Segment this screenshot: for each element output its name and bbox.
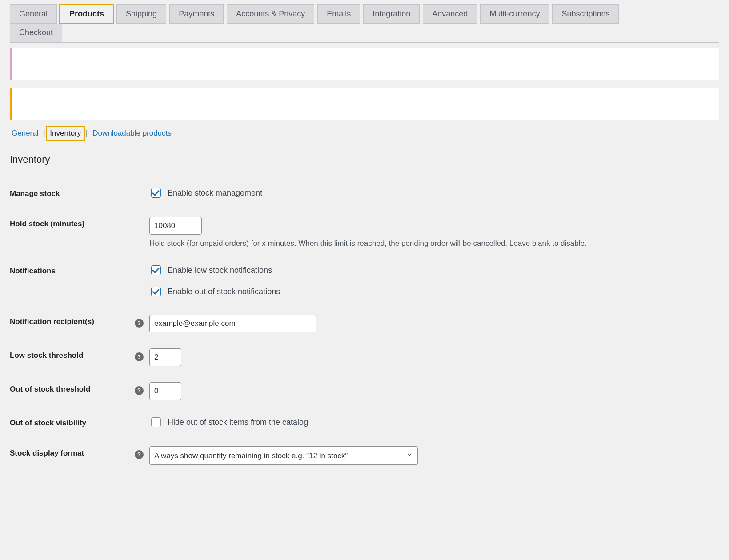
help-icon[interactable]: ? xyxy=(135,386,144,395)
tab-products[interactable]: Products xyxy=(60,4,113,24)
hold-stock-input[interactable] xyxy=(149,217,202,235)
subnav-general[interactable]: General xyxy=(10,128,40,138)
manage-stock-checkbox[interactable] xyxy=(151,188,161,198)
section-title: Inventory xyxy=(10,154,719,165)
stock-display-select[interactable]: Always show quantity remaining in stock … xyxy=(149,446,418,465)
pipe-separator: | xyxy=(83,129,91,137)
low-threshold-input[interactable] xyxy=(149,348,181,366)
label-recipients: Notification recipient(s) xyxy=(10,307,134,340)
recipients-input[interactable] xyxy=(149,315,316,332)
help-icon[interactable]: ? xyxy=(135,450,144,459)
tab-payments[interactable]: Payments xyxy=(169,4,224,24)
manage-stock-checkbox-label: Enable stock management xyxy=(168,188,262,198)
help-icon[interactable]: ? xyxy=(135,352,144,361)
subnav-downloadable-products[interactable]: Downloadable products xyxy=(91,128,173,138)
tab-integration[interactable]: Integration xyxy=(363,4,420,24)
low-stock-notif-label: Enable low stock notifications xyxy=(168,266,272,275)
tab-general[interactable]: General xyxy=(10,4,57,24)
notice-banner-1 xyxy=(10,48,719,80)
tab-shipping[interactable]: Shipping xyxy=(116,4,166,24)
low-stock-notif-wrap[interactable]: Enable low stock notifications xyxy=(149,264,272,276)
label-low-threshold: Low stock threshold xyxy=(10,340,134,374)
notice-banner-2 xyxy=(10,88,719,120)
label-oos-threshold: Out of stock threshold xyxy=(10,374,134,408)
tab-checkout[interactable]: Checkout xyxy=(10,24,62,42)
oos-notif-checkbox[interactable] xyxy=(151,287,161,296)
help-icon[interactable]: ? xyxy=(135,319,144,328)
subnav-inventory[interactable]: Inventory xyxy=(48,128,83,139)
label-notifications: Notifications xyxy=(10,256,134,307)
oos-notif-label: Enable out of stock notifications xyxy=(168,287,280,296)
tab-advanced[interactable]: Advanced xyxy=(423,4,477,24)
pipe-separator: | xyxy=(40,129,48,137)
hold-stock-desc: Hold stock (for unpaid orders) for x min… xyxy=(149,239,719,248)
label-manage-stock: Manage stock xyxy=(10,179,134,209)
oos-notif-wrap[interactable]: Enable out of stock notifications xyxy=(149,285,280,298)
label-hold-stock: Hold stock (minutes) xyxy=(10,209,134,256)
label-stock-display: Stock display format xyxy=(10,438,134,473)
oos-threshold-input[interactable] xyxy=(149,382,181,400)
low-stock-notif-checkbox[interactable] xyxy=(151,265,161,275)
tab-multi-currency[interactable]: Multi-currency xyxy=(480,4,549,24)
tab-emails[interactable]: Emails xyxy=(317,4,360,24)
oos-visibility-wrap[interactable]: Hide out of stock items from the catalog xyxy=(149,416,308,428)
manage-stock-checkbox-wrap[interactable]: Enable stock management xyxy=(149,187,262,199)
oos-visibility-checkbox[interactable] xyxy=(151,417,161,427)
label-oos-visibility: Out of stock visibility xyxy=(10,408,134,438)
tab-subscriptions[interactable]: Subscriptions xyxy=(552,4,619,24)
oos-visibility-label: Hide out of stock items from the catalog xyxy=(168,418,308,427)
subnav: General | Inventory | Downloadable produ… xyxy=(10,128,719,139)
tab-accounts-privacy[interactable]: Accounts & Privacy xyxy=(227,4,314,24)
